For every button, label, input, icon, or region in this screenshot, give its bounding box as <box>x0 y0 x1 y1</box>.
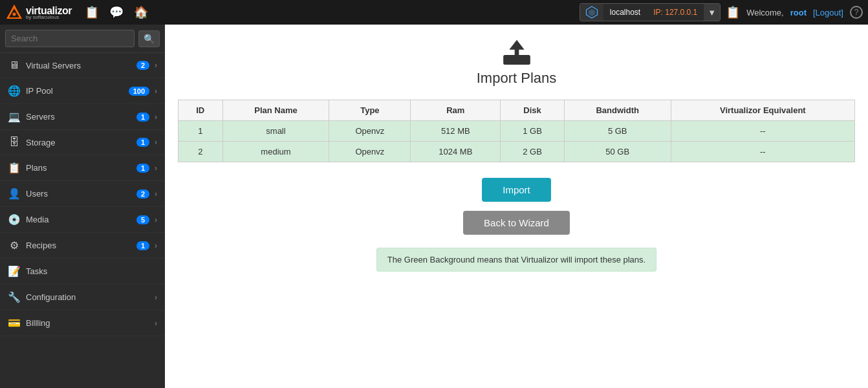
sidebar-item-tasks[interactable]: 📝 Tasks <box>0 259 165 285</box>
sidebar-item-users[interactable]: 👤 Users 2 › <box>0 181 165 207</box>
sidebar-item-virtual-servers[interactable]: 🖥 Virtual Servers 2 › <box>0 53 165 78</box>
clipboard-icon[interactable]: 📋 <box>85 5 99 19</box>
storage-label: Storage <box>26 138 131 147</box>
users-label: Users <box>26 189 131 199</box>
row2-ram: 1024 MB <box>411 142 501 162</box>
welcome-text: Welcome, <box>746 8 784 17</box>
servers-arrow: › <box>155 113 157 122</box>
storage-badge: 1 <box>136 138 149 147</box>
sidebar-item-media[interactable]: 💿 Media 5 › <box>0 207 165 233</box>
server-name: localhost <box>603 4 647 21</box>
plans-label: Plans <box>26 163 131 173</box>
back-to-wizard-button[interactable]: Back to Wizard <box>463 211 570 235</box>
search-bar: 🔍 <box>0 25 165 53</box>
table-header: ID Plan Name Type Ram Disk Bandwidth Vir… <box>179 100 855 121</box>
users-badge: 2 <box>136 189 149 199</box>
help-button[interactable]: ? <box>850 6 863 19</box>
sidebar-item-configuration[interactable]: 🔧 Configuration › <box>0 285 165 310</box>
openvz-icon <box>585 6 598 19</box>
row2-plan-name: medium <box>222 142 329 162</box>
recipes-badge: 1 <box>136 241 149 250</box>
billing-arrow: › <box>155 319 157 328</box>
row1-plan-name: small <box>222 121 329 142</box>
table-row: 2 medium Openvz 1024 MB 2 GB 50 GB -- <box>179 142 855 162</box>
topnav: virtualizor by softaculous 📋 💬 🏠 localho… <box>0 0 868 25</box>
button-area: Import Back to Wizard The Green Backgrou… <box>178 178 855 272</box>
row2-id: 2 <box>179 142 223 162</box>
logo: virtualizor by softaculous <box>5 3 72 21</box>
search-button[interactable]: 🔍 <box>138 30 160 47</box>
servers-label: Servers <box>26 112 131 122</box>
ip-pool-badge: 100 <box>129 87 149 96</box>
row1-id: 1 <box>179 121 223 142</box>
search-input[interactable] <box>5 30 135 47</box>
billing-icon: 💳 <box>8 317 21 329</box>
sidebar: 🔍 🖥 Virtual Servers 2 › 🌐 IP Pool 100 › … <box>0 25 165 388</box>
svg-rect-5 <box>503 55 530 65</box>
sidebar-item-ip-pool[interactable]: 🌐 IP Pool 100 › <box>0 78 165 104</box>
row1-type: Openvz <box>329 121 411 142</box>
table-body: 1 small Openvz 512 MB 1 GB 5 GB -- 2 med… <box>179 121 855 162</box>
col-id: ID <box>179 100 223 121</box>
configuration-label: Configuration <box>26 292 149 302</box>
row2-disk: 2 GB <box>501 142 564 162</box>
plans-arrow: › <box>155 164 157 173</box>
main-layout: 🔍 🖥 Virtual Servers 2 › 🌐 IP Pool 100 › … <box>0 25 868 388</box>
topnav-icons: 📋 💬 🏠 <box>85 5 148 19</box>
server-selector[interactable]: localhost IP: 127.0.0.1 ▼ <box>580 3 721 21</box>
info-box: The Green Background means that Virtuali… <box>376 248 656 272</box>
logo-icon <box>5 3 23 21</box>
server-logo <box>580 4 603 21</box>
tasks-label: Tasks <box>26 266 157 276</box>
servers-icon: 💻 <box>8 111 21 123</box>
col-type: Type <box>329 100 411 121</box>
ip-pool-label: IP Pool <box>26 86 124 96</box>
row1-bandwidth: 5 GB <box>564 121 671 142</box>
storage-arrow: › <box>155 138 157 147</box>
svg-marker-4 <box>589 9 595 16</box>
sidebar-item-plans[interactable]: 📋 Plans 1 › <box>0 155 165 181</box>
svg-point-2 <box>13 13 16 16</box>
recipes-arrow: › <box>155 241 157 250</box>
ip-pool-arrow: › <box>155 87 157 96</box>
configuration-icon: 🔧 <box>8 291 21 303</box>
server-ip: IP: 127.0.0.1 <box>647 4 704 21</box>
recipes-icon: ⚙ <box>8 239 21 252</box>
col-plan-name: Plan Name <box>222 100 329 121</box>
tasks-icon[interactable]: 📋 <box>726 5 740 19</box>
sidebar-item-recipes[interactable]: ⚙ Recipes 1 › <box>0 233 165 259</box>
servers-badge: 1 <box>136 113 149 122</box>
col-vz-equiv: Virtualizor Equivalent <box>671 100 854 121</box>
media-icon: 💿 <box>8 213 21 226</box>
sidebar-item-billing[interactable]: 💳 Billling › <box>0 310 165 336</box>
chat-icon[interactable]: 💬 <box>109 5 124 19</box>
content-area: Import Plans ID Plan Name Type Ram Disk … <box>165 25 868 388</box>
billing-label: Billling <box>26 318 149 328</box>
import-button[interactable]: Import <box>482 178 551 202</box>
row1-disk: 1 GB <box>501 121 564 142</box>
server-dropdown-arrow[interactable]: ▼ <box>704 4 720 21</box>
logout-button[interactable]: [Logout] <box>813 8 843 17</box>
plans-table: ID Plan Name Type Ram Disk Bandwidth Vir… <box>178 100 855 162</box>
virtual-servers-icon: 🖥 <box>8 59 21 71</box>
virtual-servers-arrow: › <box>155 61 157 70</box>
username: root <box>790 8 807 17</box>
sidebar-item-storage[interactable]: 🗄 Storage 1 › <box>0 130 165 155</box>
users-icon: 👤 <box>8 188 21 200</box>
media-badge: 5 <box>136 215 149 224</box>
table-row: 1 small Openvz 512 MB 1 GB 5 GB -- <box>179 121 855 142</box>
topnav-right: 📋 Welcome, root [Logout] ? <box>726 5 863 19</box>
plans-badge: 1 <box>136 164 149 173</box>
storage-icon: 🗄 <box>8 136 21 148</box>
col-ram: Ram <box>411 100 501 121</box>
page-title: Import Plans <box>477 70 557 87</box>
svg-rect-7 <box>514 48 519 56</box>
sidebar-item-servers[interactable]: 💻 Servers 1 › <box>0 104 165 130</box>
svg-marker-6 <box>509 40 524 50</box>
virtual-servers-label: Virtual Servers <box>26 61 131 70</box>
upload-icon <box>501 38 533 70</box>
configuration-arrow: › <box>155 293 157 302</box>
users-arrow: › <box>155 189 157 199</box>
home-icon[interactable]: 🏠 <box>134 5 148 19</box>
row1-ram: 512 MB <box>411 121 501 142</box>
